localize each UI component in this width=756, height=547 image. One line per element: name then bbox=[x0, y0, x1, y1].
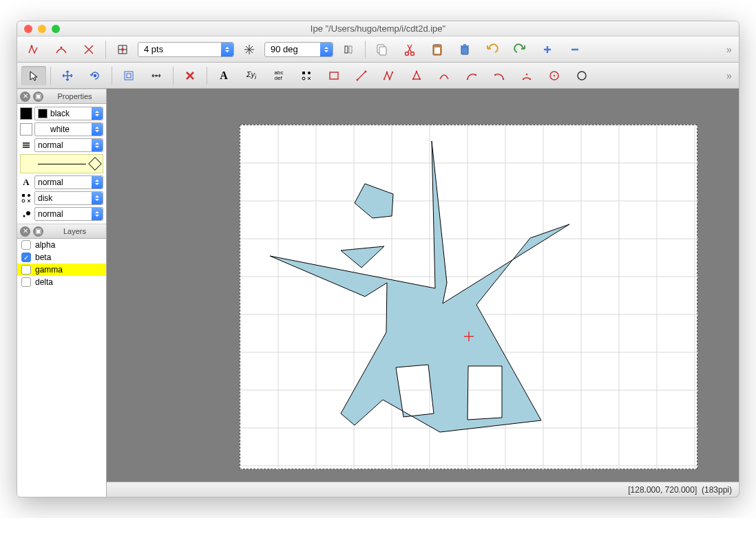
layer-row-gamma[interactable]: gamma bbox=[17, 264, 106, 276]
mark-size-select[interactable]: normal bbox=[34, 207, 103, 221]
delete-button[interactable] bbox=[452, 40, 477, 59]
minimize-window-button[interactable] bbox=[38, 25, 46, 33]
properties-title: Properties bbox=[46, 92, 103, 100]
properties-undock-icon[interactable]: ▣ bbox=[33, 92, 43, 102]
properties-panel-header: ✕ ▣ Properties bbox=[17, 89, 106, 104]
fill-color-select[interactable]: white bbox=[34, 122, 103, 136]
toolbar-overflow-icon[interactable]: » bbox=[724, 44, 735, 55]
arc1-tool[interactable] bbox=[459, 66, 484, 85]
layer-checkbox[interactable] bbox=[21, 277, 31, 287]
layer-checkbox[interactable] bbox=[21, 265, 31, 275]
svg-point-35 bbox=[503, 78, 504, 79]
stroke-color-select[interactable]: black bbox=[34, 107, 103, 120]
svg-point-2 bbox=[121, 48, 124, 51]
zoom-window-button[interactable] bbox=[52, 25, 60, 33]
canvas[interactable]: [128.000, 720.000] (183ppi) bbox=[107, 89, 739, 497]
layer-row-beta[interactable]: beta bbox=[17, 251, 106, 264]
polyline-tool[interactable] bbox=[377, 66, 401, 85]
mark-shape-select[interactable]: disk bbox=[34, 191, 103, 205]
layers-panel: alphabetagammadelta bbox=[17, 239, 106, 497]
svg-point-20 bbox=[308, 72, 311, 74]
snap-intersection-button[interactable] bbox=[76, 40, 101, 59]
titlebar: Ipe "/Users/hugo/temp/i/cdt2d.ipe" bbox=[17, 21, 739, 36]
layer-name: beta bbox=[35, 253, 51, 262]
close-window-button[interactable] bbox=[24, 25, 32, 33]
spline-tool[interactable] bbox=[432, 66, 456, 85]
snap-angle-select[interactable]: 90 deg bbox=[264, 42, 333, 57]
text-tool[interactable]: A bbox=[211, 66, 236, 85]
circle-center-tool[interactable] bbox=[542, 66, 567, 85]
copy-button[interactable] bbox=[370, 40, 395, 59]
layers-undock-icon[interactable]: ▣ bbox=[33, 226, 43, 237]
circle-tool[interactable] bbox=[569, 66, 594, 85]
stretch-tool[interactable] bbox=[144, 66, 169, 85]
redo-button[interactable] bbox=[507, 40, 532, 59]
pen-width-value: normal bbox=[38, 140, 63, 150]
grid-size-select[interactable]: 4 pts bbox=[138, 42, 234, 57]
svg-point-28 bbox=[392, 71, 393, 72]
svg-point-33 bbox=[475, 74, 476, 75]
layer-checkbox[interactable] bbox=[21, 240, 31, 250]
pen-icon bbox=[20, 140, 32, 150]
cut-button[interactable] bbox=[397, 40, 422, 59]
toolbar2-overflow-icon[interactable]: » bbox=[724, 70, 735, 81]
arc3-tool[interactable] bbox=[514, 66, 539, 85]
svg-point-1 bbox=[61, 46, 63, 48]
fill-color-value: white bbox=[50, 125, 70, 134]
zoom-out-button[interactable] bbox=[563, 40, 587, 59]
svg-point-32 bbox=[467, 78, 468, 79]
zoom-in-button[interactable] bbox=[535, 40, 560, 59]
paragraph-tool[interactable]: abcdef bbox=[266, 66, 291, 85]
svg-point-25 bbox=[384, 78, 385, 79]
rectangle-tool[interactable] bbox=[322, 66, 346, 85]
svg-point-27 bbox=[389, 78, 390, 79]
text-size-value: normal bbox=[38, 178, 63, 187]
snap-vertex-button[interactable] bbox=[21, 40, 46, 59]
erase-tool[interactable] bbox=[178, 66, 202, 85]
pen-preview[interactable] bbox=[20, 154, 103, 173]
undo-button[interactable] bbox=[480, 40, 505, 59]
svg-point-44 bbox=[22, 200, 25, 202]
layers-close-icon[interactable]: ✕ bbox=[20, 226, 30, 237]
layer-row-alpha[interactable]: alpha bbox=[17, 239, 106, 251]
paste-button[interactable] bbox=[425, 40, 450, 59]
svg-rect-13 bbox=[461, 45, 469, 47]
rotate-tool[interactable] bbox=[83, 66, 107, 85]
svg-rect-3 bbox=[345, 46, 348, 53]
move-tool[interactable] bbox=[55, 66, 80, 85]
svg-point-45 bbox=[23, 215, 25, 217]
svg-point-18 bbox=[156, 74, 158, 76]
pen-preview-line bbox=[38, 164, 86, 164]
svg-rect-19 bbox=[302, 72, 305, 74]
polygon-tool[interactable] bbox=[404, 66, 429, 85]
snap-angle-button[interactable] bbox=[237, 40, 262, 59]
stroke-abs-swatch[interactable] bbox=[20, 107, 32, 120]
svg-point-41 bbox=[578, 72, 586, 80]
arrow-shape-icon bbox=[88, 157, 102, 171]
snap-angle-value: 90 deg bbox=[271, 44, 298, 54]
math-tool[interactable]: Σyi bbox=[239, 66, 264, 85]
svg-point-37 bbox=[526, 73, 527, 74]
snap-auto-button[interactable] bbox=[336, 40, 361, 59]
pen-width-select[interactable]: normal bbox=[34, 138, 103, 152]
scale-tool[interactable] bbox=[116, 66, 141, 85]
grid-size-value: 4 pts bbox=[144, 44, 163, 54]
text-size-select[interactable]: normal bbox=[34, 175, 103, 189]
layer-row-delta[interactable]: delta bbox=[17, 276, 106, 288]
snap-grid-button[interactable] bbox=[110, 40, 135, 59]
arc2-tool[interactable] bbox=[487, 66, 512, 85]
statusbar: [128.000, 720.000] (183ppi) bbox=[107, 482, 739, 497]
snap-control-button[interactable] bbox=[49, 40, 74, 59]
fill-abs-swatch[interactable] bbox=[20, 123, 32, 136]
svg-rect-16 bbox=[125, 72, 133, 80]
layer-checkbox[interactable] bbox=[21, 253, 31, 262]
select-tool[interactable] bbox=[21, 66, 46, 85]
svg-rect-22 bbox=[330, 72, 338, 79]
properties-close-icon[interactable]: ✕ bbox=[20, 92, 30, 102]
mark-size-icon bbox=[20, 209, 32, 219]
svg-point-38 bbox=[529, 78, 531, 79]
svg-point-7 bbox=[406, 52, 409, 55]
svg-point-26 bbox=[386, 71, 388, 72]
mark-tool[interactable] bbox=[294, 66, 319, 85]
line-tool[interactable] bbox=[349, 66, 374, 85]
